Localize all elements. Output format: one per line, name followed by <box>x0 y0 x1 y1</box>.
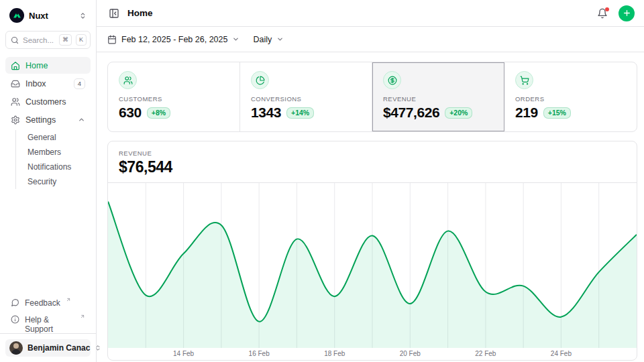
nuxt-logo-icon <box>9 8 24 23</box>
stat-value: 1343 <box>251 105 281 121</box>
external-link-icon <box>66 297 71 302</box>
users-icon <box>11 97 20 107</box>
workspace-switcher[interactable]: Nuxt <box>5 6 91 25</box>
sidebar-spacer <box>5 189 91 296</box>
x-axis-tick-label: 24 Feb <box>551 350 572 357</box>
help-support-label: Help & Support <box>25 315 74 334</box>
stat-label: CUSTOMERS <box>119 95 229 103</box>
stat-card-orders[interactable]: ORDERS 219 +15% <box>504 62 637 131</box>
sidebar-item-notifications[interactable]: Notifications <box>16 160 91 174</box>
top-header: Home <box>97 0 644 27</box>
sidebar-item-label: Home <box>25 61 48 70</box>
sidebar-footer-links: Feedback Help & Support <box>5 296 91 328</box>
search-input[interactable]: Search... ⌘ K <box>5 31 91 49</box>
date-range-picker[interactable]: Feb 12, 2025 - Feb 26, 2025 <box>107 35 239 44</box>
panel-left-close-icon <box>109 8 119 19</box>
kbd-k: K <box>76 34 87 46</box>
sidebar-divider <box>0 333 96 334</box>
page-title: Home <box>127 8 153 18</box>
gear-icon <box>11 115 20 125</box>
period-label: Daily <box>253 35 272 44</box>
chart-metric-value: $76,544 <box>119 158 626 176</box>
chevrons-up-down-icon <box>79 12 87 19</box>
sidebar-collapse-button[interactable] <box>107 7 121 20</box>
stat-value: 630 <box>119 105 142 121</box>
inbox-count-badge: 4 <box>74 78 85 89</box>
inbox-icon <box>11 79 20 88</box>
dashboard-content: CUSTOMERS 630 +8% CONVERSIONS 1343 +14% <box>97 52 644 362</box>
filter-toolbar: Feb 12, 2025 - Feb 26, 2025 Daily <box>97 27 644 52</box>
workspace-name: Nuxt <box>29 11 74 21</box>
sidebar-nav: Home Inbox 4 Customers Settings Genera <box>5 57 91 189</box>
notification-dot <box>605 7 609 11</box>
notifications-button[interactable] <box>596 7 609 20</box>
sidebar-item-inbox[interactable]: Inbox 4 <box>5 75 91 92</box>
stat-delta-badge: +14% <box>286 107 314 119</box>
home-icon <box>11 61 20 70</box>
chart-metric-label: REVENUE <box>119 149 626 157</box>
x-axis-tick-label: 22 Feb <box>475 350 496 357</box>
chevron-down-icon <box>276 36 284 43</box>
feedback-link[interactable]: Feedback <box>5 296 91 311</box>
stat-delta-badge: +20% <box>445 107 472 119</box>
stat-value: 219 <box>515 105 538 121</box>
stat-delta-badge: +8% <box>147 107 170 119</box>
sidebar-item-label: Inbox <box>25 79 46 88</box>
date-range-label: Feb 12, 2025 - Feb 26, 2025 <box>121 35 227 44</box>
calendar-icon <box>107 35 117 44</box>
dollar-circle-icon <box>383 71 401 89</box>
sidebar-item-members[interactable]: Members <box>16 145 91 160</box>
user-menu[interactable]: Benjamin Canac <box>5 339 91 357</box>
external-link-icon <box>80 314 85 319</box>
sidebar-item-label: Settings <box>25 115 56 125</box>
sidebar-item-home[interactable]: Home <box>5 57 91 74</box>
sidebar-item-security[interactable]: Security <box>16 174 91 189</box>
info-circle-icon <box>11 315 19 324</box>
user-name: Benjamin Canac <box>28 343 90 353</box>
add-button[interactable] <box>619 5 635 21</box>
period-select[interactable]: Daily <box>253 35 284 44</box>
x-axis-tick-label: 20 Feb <box>400 350 421 357</box>
stat-value: $477,626 <box>383 105 439 121</box>
stat-label: REVENUE <box>383 95 493 103</box>
users-icon <box>119 71 137 89</box>
chat-bubble-icon <box>11 298 19 307</box>
search-placeholder: Search... <box>23 36 55 44</box>
settings-submenu: General Members Notifications Security <box>15 130 91 189</box>
plus-icon <box>623 9 631 17</box>
chart-header: REVENUE $76,544 <box>108 141 637 183</box>
x-axis-tick-label: 18 Feb <box>324 350 345 357</box>
cart-icon <box>515 71 533 89</box>
stat-label: ORDERS <box>515 95 626 103</box>
x-axis-tick-label: 14 Feb <box>173 350 194 357</box>
sidebar-item-general[interactable]: General <box>16 130 91 145</box>
pie-chart-icon <box>251 71 269 89</box>
chevron-up-icon <box>78 116 85 123</box>
feedback-label: Feedback <box>25 298 60 308</box>
help-support-link[interactable]: Help & Support <box>5 313 91 328</box>
stat-label: CONVERSIONS <box>251 95 361 103</box>
sidebar-item-settings[interactable]: Settings <box>5 111 91 128</box>
x-axis-tick-label: 16 Feb <box>249 350 270 357</box>
avatar <box>9 341 23 355</box>
sidebar-item-customers[interactable]: Customers <box>5 93 91 110</box>
stat-card-customers[interactable]: CUSTOMERS 630 +8% <box>108 62 240 131</box>
stats-row: CUSTOMERS 630 +8% CONVERSIONS 1343 +14% <box>107 62 637 132</box>
search-icon <box>11 36 19 44</box>
chevron-down-icon <box>232 36 239 43</box>
chart-plot-area[interactable]: 14 Feb16 Feb18 Feb20 Feb22 Feb24 Feb <box>108 183 637 360</box>
stat-card-revenue[interactable]: REVENUE $477,626 +20% <box>372 62 504 131</box>
sidebar: Nuxt Search... ⌘ K Home Inbox 4 <box>0 0 97 362</box>
sidebar-item-label: Customers <box>25 97 66 107</box>
revenue-chart-svg <box>108 183 637 348</box>
stat-delta-badge: +15% <box>543 107 571 119</box>
main-area: Home Feb 12, 2025 - Feb 26, 2025 Daily <box>97 0 644 362</box>
revenue-chart-card: REVENUE $76,544 14 Feb16 Feb18 Feb20 Feb… <box>107 141 637 361</box>
kbd-meta: ⌘ <box>59 34 72 46</box>
stat-card-conversions[interactable]: CONVERSIONS 1343 +14% <box>240 62 372 131</box>
x-axis-labels: 14 Feb16 Feb18 Feb20 Feb22 Feb24 Feb <box>108 348 637 360</box>
